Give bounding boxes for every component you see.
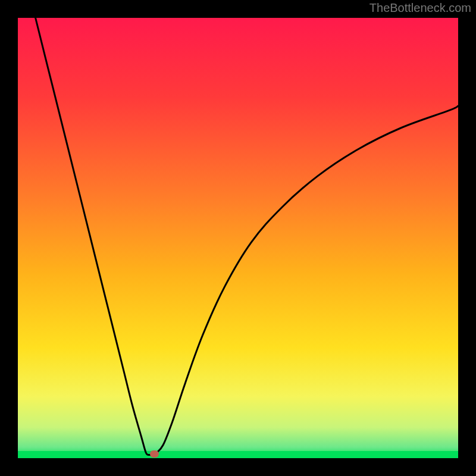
watermark-text: TheBottleneck.com xyxy=(369,1,471,15)
plot-area xyxy=(18,18,458,458)
curve-svg xyxy=(18,18,458,458)
minimum-dot xyxy=(150,450,159,458)
chart-frame: TheBottleneck.com xyxy=(0,0,476,476)
bottleneck-curve xyxy=(36,18,458,455)
